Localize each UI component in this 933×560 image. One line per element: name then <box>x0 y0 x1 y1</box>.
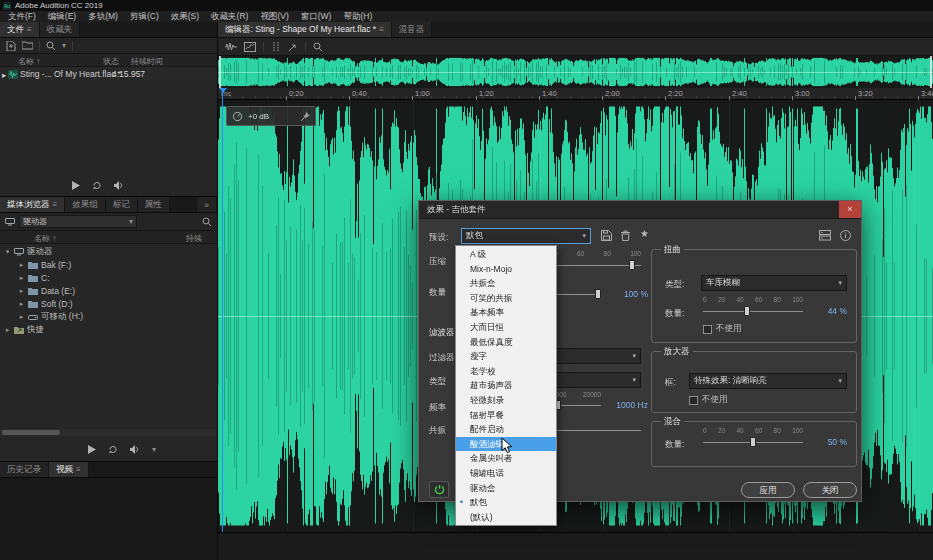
col-duration[interactable]: 持续时间 <box>131 56 163 67</box>
mix-amount-thumb[interactable] <box>750 437 756 447</box>
search-chevron-icon[interactable]: ▾ <box>62 41 66 50</box>
menu-window[interactable]: 窗口(W) <box>295 11 338 23</box>
preset-option[interactable]: (默认) <box>456 510 556 525</box>
preset-option[interactable]: 最低保真度 <box>456 335 556 350</box>
freq-value[interactable]: 1000 Hz <box>604 400 648 410</box>
compress-slider-thumb[interactable] <box>629 260 635 270</box>
search-icon[interactable] <box>46 41 56 51</box>
chevron-down-icon[interactable]: ▾ <box>152 445 156 454</box>
tree-row-drive[interactable]: ▸ Soft (D:) <box>0 297 217 310</box>
playhead-marker[interactable] <box>219 88 227 93</box>
delete-preset-icon[interactable] <box>621 230 630 241</box>
expander-icon[interactable]: ▸ <box>18 300 25 308</box>
mix-amount-slider[interactable] <box>703 442 803 443</box>
distortion-amount-value[interactable]: 44 % <box>807 306 847 316</box>
amount-slider-thumb[interactable] <box>595 289 601 299</box>
time-selection-icon[interactable] <box>271 42 281 52</box>
panel-menu-icon[interactable]: ≡ <box>379 25 384 34</box>
media-search-icon[interactable] <box>202 217 212 227</box>
drive-combo[interactable]: 驱动器 ▾ <box>19 215 137 228</box>
file-list-row[interactable]: ▸ Sting -... Of My Heart.flac * 4:15.957 <box>0 67 217 82</box>
play-icon[interactable] <box>72 181 80 190</box>
panel-menu-icon[interactable]: ≡ <box>27 25 32 34</box>
expander-icon[interactable]: ▸ <box>18 274 25 282</box>
distortion-bypass-checkbox[interactable]: 不使用 <box>703 323 742 335</box>
amp-bypass-checkbox[interactable]: 不使用 <box>689 394 728 406</box>
preset-option[interactable]: 老学校 <box>456 364 556 379</box>
waveform-view-icon[interactable] <box>225 42 237 52</box>
preset-option[interactable]: Mix-n-Mojo <box>456 262 556 277</box>
loop-icon[interactable] <box>92 181 102 190</box>
loop-icon[interactable] <box>108 445 118 454</box>
tab-properties[interactable]: 属性 <box>138 197 170 212</box>
favorite-star-icon[interactable]: ★ <box>640 228 649 239</box>
dialog-title-bar[interactable]: 效果 - 吉他套件 <box>419 201 861 219</box>
preset-option[interactable]: 轻微刻录 <box>456 393 556 408</box>
expander-icon[interactable]: ▸ <box>18 261 25 269</box>
expander-icon[interactable]: ▸ <box>4 326 11 334</box>
save-preset-icon[interactable] <box>601 230 612 241</box>
preset-option-selected[interactable]: 默包 <box>456 495 556 510</box>
overview-waveform-canvas[interactable] <box>218 56 933 88</box>
panel-menu-icon[interactable]: ≡ <box>53 200 58 209</box>
playhead-line[interactable] <box>222 88 223 532</box>
expander-icon[interactable]: ▸ <box>18 313 25 321</box>
volume-hud[interactable]: +0 dB <box>226 106 316 126</box>
menu-effects[interactable]: 效果(S) <box>165 11 205 23</box>
preset-option[interactable]: 可笑的共振 <box>456 291 556 306</box>
info-icon[interactable] <box>840 230 851 241</box>
tab-markers[interactable]: 标记 <box>106 197 138 212</box>
tree-row-removable[interactable]: ▸ 可移动 (H:) <box>0 310 217 323</box>
zoom-icon[interactable] <box>313 42 323 52</box>
menu-multitrack[interactable]: 多轨(M) <box>82 11 124 23</box>
menu-file[interactable]: 文件(F) <box>2 11 42 23</box>
tab-editor[interactable]: 编辑器: Sting - Shape Of My Heart.flac * ≡ <box>218 22 392 37</box>
pin-icon[interactable] <box>301 112 310 121</box>
move-tool-icon[interactable] <box>288 42 298 52</box>
expander-icon[interactable]: ▸ <box>18 287 25 295</box>
tree-row-drive[interactable]: ▸ Data (E:) <box>0 284 217 297</box>
panel-menu-icon[interactable]: ≡ <box>76 465 81 474</box>
preset-option[interactable]: 瘦字 <box>456 349 556 364</box>
col-duration[interactable]: 持续 <box>186 233 202 244</box>
preset-option[interactable]: 配件启动 <box>456 422 556 437</box>
speaker-icon[interactable] <box>130 445 140 454</box>
apply-button[interactable]: 应用 <box>741 482 795 498</box>
tree-row-drive[interactable]: ▸ Bak (F:) <box>0 258 217 271</box>
preset-option[interactable]: 超市扬声器 <box>456 378 556 393</box>
preset-option[interactable]: 基本频率 <box>456 305 556 320</box>
menu-help[interactable]: 帮助(H) <box>337 11 378 23</box>
overview-right-handle[interactable] <box>930 56 932 88</box>
effects-rack-icon[interactable] <box>819 230 831 241</box>
tab-mixer[interactable]: 混音器 <box>392 22 433 37</box>
preset-option[interactable]: 辐射早餐 <box>456 408 556 423</box>
timeline-ruler[interactable]: ms 0:20 0:40 1:00 1:20 1:40 2:00 2:20 2:… <box>218 88 933 100</box>
tab-media-browser[interactable]: 媒体浏览器 ≡ <box>0 197 65 212</box>
preset-option[interactable]: 锡罐电话 <box>456 466 556 481</box>
menu-view[interactable]: 视图(V) <box>254 11 294 23</box>
speaker-icon[interactable] <box>114 181 124 190</box>
spectral-view-icon[interactable] <box>244 42 256 52</box>
row-expander-icon[interactable]: ▸ <box>2 70 6 80</box>
col-name[interactable]: 名称 ↑ <box>34 233 56 244</box>
tab-overflow[interactable]: » <box>196 197 217 212</box>
col-name[interactable]: 名称 ↑ <box>18 56 40 67</box>
open-folder-icon[interactable] <box>22 41 33 50</box>
preset-option[interactable]: 大而日恒 <box>456 320 556 335</box>
tree-row-shortcuts[interactable]: ▸ 快捷 <box>0 323 217 336</box>
amount-value[interactable]: 100 % <box>604 289 648 299</box>
mix-amount-value[interactable]: 50 % <box>807 437 847 447</box>
amp-box-combo[interactable]: 特殊效果: 清晰响亮 ▾ <box>689 373 847 389</box>
col-status[interactable]: 状态 <box>103 56 119 67</box>
tree-row-drives[interactable]: ▾ 驱动器 <box>0 245 217 258</box>
preset-combo[interactable]: 默包 ▾ <box>461 228 591 244</box>
hud-db-value[interactable]: +0 dB <box>248 112 269 121</box>
distortion-type-combo[interactable]: 车库模糊 ▾ <box>701 275 847 291</box>
preset-option[interactable]: 驱动盒 <box>456 481 556 496</box>
close-button[interactable]: 关闭 <box>803 482 857 498</box>
tab-favorites[interactable]: 收藏夹 <box>40 22 81 37</box>
hscrollbar-track[interactable] <box>0 429 216 436</box>
tab-files[interactable]: 文件 ≡ <box>0 22 40 37</box>
import-file-icon[interactable] <box>6 41 16 51</box>
hscrollbar-thumb[interactable] <box>2 430 60 435</box>
